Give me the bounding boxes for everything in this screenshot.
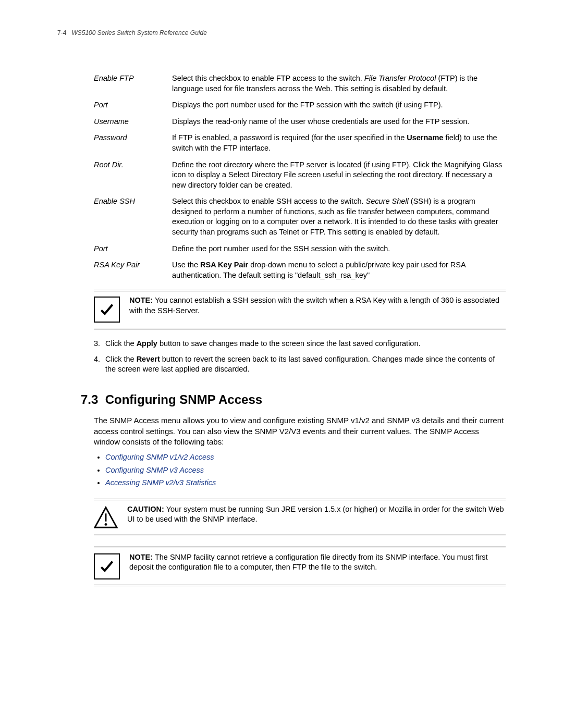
definition-row: UsernameDisplays the read-only name of t… [94, 117, 506, 127]
warning-icon [94, 505, 118, 529]
step-item: Click the Apply button to save changes m… [94, 339, 506, 349]
svg-point-2 [105, 523, 107, 526]
definition-row: Enable SSHSelect this checkbox to enable… [94, 196, 506, 237]
xref-item[interactable]: Configuring SNMP v1/v2 Access [105, 452, 506, 463]
section-heading: 7.3 Configuring SNMP Access [81, 391, 506, 408]
definition-description: Select this checkbox to enable FTP acces… [172, 73, 506, 94]
xref-item[interactable]: Accessing SNMP v2/v3 Statistics [105, 478, 506, 488]
page: 7-4 WS5100 Series Switch System Referenc… [0, 0, 563, 728]
definition-row: PortDefine the port number used for the … [94, 244, 506, 254]
definition-description: If FTP is enabled, a password is require… [172, 133, 506, 153]
note-callout: NOTE: The SNMP facility cannot retrieve … [94, 547, 506, 586]
check-icon [94, 553, 120, 579]
definition-term: Enable FTP [94, 73, 172, 94]
page-number: 7-4 [57, 29, 66, 36]
definition-description: Displays the port number used for the FT… [172, 100, 506, 110]
caution-callout: CAUTION: Your system must be running Sun… [94, 499, 506, 536]
definition-description: Define the port number used for the SSH … [172, 244, 506, 254]
definition-row: PortDisplays the port number used for th… [94, 100, 506, 110]
note-text: NOTE: You cannot establish a SSH session… [129, 294, 506, 316]
note-text: NOTE: The SNMP facility cannot retrieve … [129, 551, 506, 573]
running-header: 7-4 WS5100 Series Switch System Referenc… [57, 29, 506, 37]
definition-term: Port [94, 100, 172, 110]
definition-description: Define the root directory where the FTP … [172, 160, 506, 191]
definition-term: Password [94, 133, 172, 153]
step-list: Click the Apply button to save changes m… [94, 339, 506, 375]
definition-row: Root Dir.Define the root directory where… [94, 160, 506, 191]
definition-term: Port [94, 244, 172, 254]
xref-list: Configuring SNMP v1/v2 AccessConfiguring… [94, 452, 506, 488]
definition-table: Enable FTPSelect this checkbox to enable… [94, 73, 506, 280]
definition-term: Username [94, 117, 172, 127]
xref-link[interactable]: Configuring SNMP v1/v2 Access [105, 453, 214, 461]
definition-row: PasswordIf FTP is enabled, a password is… [94, 133, 506, 153]
xref-link[interactable]: Accessing SNMP v2/v3 Statistics [105, 478, 216, 487]
definition-description: Displays the read-only name of the user … [172, 117, 506, 127]
definition-row: Enable FTPSelect this checkbox to enable… [94, 73, 506, 94]
check-icon [94, 297, 120, 323]
definition-term: Root Dir. [94, 160, 172, 191]
caution-text: CAUTION: Your system must be running Sun… [127, 503, 506, 525]
note-callout: NOTE: You cannot establish a SSH session… [94, 290, 506, 329]
xref-item[interactable]: Configuring SNMP v3 Access [105, 465, 506, 476]
definition-term: RSA Key Pair [94, 260, 172, 280]
definition-description: Select this checkbox to enable SSH acces… [172, 196, 506, 237]
book-title: WS5100 Series Switch System Reference Gu… [71, 29, 206, 36]
xref-link[interactable]: Configuring SNMP v3 Access [105, 466, 204, 474]
section-intro: The SNMP Access menu allows you to view … [94, 415, 506, 447]
definition-description: Use the RSA Key Pair drop-down menu to s… [172, 260, 506, 280]
definition-row: RSA Key PairUse the RSA Key Pair drop-do… [94, 260, 506, 280]
definition-term: Enable SSH [94, 196, 172, 237]
step-item: Click the Revert button to revert the sc… [94, 354, 506, 375]
